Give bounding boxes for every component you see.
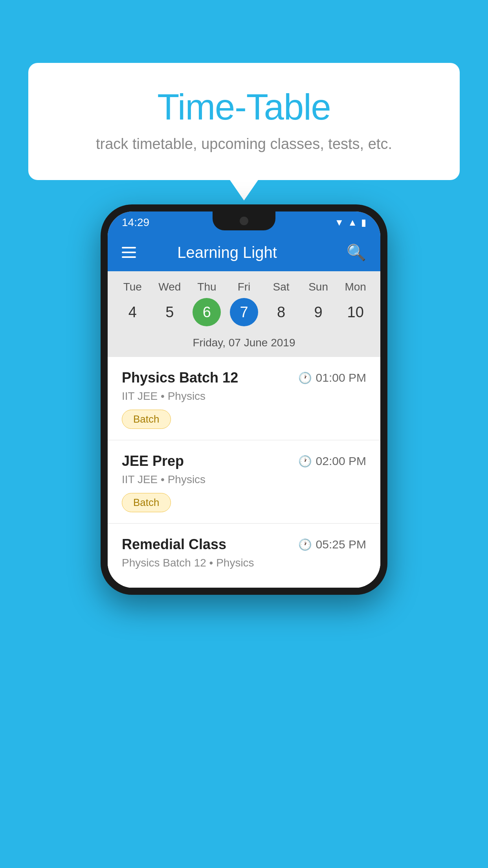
clock-icon: 🕐 <box>298 538 312 551</box>
day-col[interactable]: Thu6 <box>189 281 224 326</box>
search-icon[interactable]: 🔍 <box>347 243 366 262</box>
bubble-title: Time-Table <box>48 86 440 128</box>
schedule-time: 🕐05:25 PM <box>298 538 366 551</box>
phone-frame: 14:29 ▼ ▲ ▮ Learning Light 🔍 <box>101 204 387 595</box>
status-icons: ▼ ▲ ▮ <box>334 217 366 228</box>
phone-notch <box>213 211 275 230</box>
day-name: Sat <box>273 281 290 293</box>
schedule-title: JEE Prep <box>122 453 184 469</box>
day-number[interactable]: 6 <box>193 298 221 326</box>
schedule-list: Physics Batch 12🕐01:00 PMIIT JEE • Physi… <box>108 357 380 588</box>
schedule-item-header: JEE Prep🕐02:00 PM <box>122 453 366 469</box>
clock-icon: 🕐 <box>298 371 312 384</box>
day-name: Fri <box>238 281 251 293</box>
day-name: Sun <box>308 281 328 293</box>
schedule-time: 🕐02:00 PM <box>298 454 366 468</box>
hamburger-menu-icon[interactable] <box>122 247 136 258</box>
schedule-time: 🕐01:00 PM <box>298 371 366 384</box>
days-row: Tue4Wed5Thu6Fri7Sat8Sun9Mon10 <box>108 281 380 331</box>
bubble-subtitle: track timetable, upcoming classes, tests… <box>48 136 440 153</box>
schedule-subtitle: IIT JEE • Physics <box>122 390 366 403</box>
wifi-icon: ▼ <box>334 217 344 228</box>
day-number[interactable]: 10 <box>341 298 370 326</box>
phone-screen: 14:29 ▼ ▲ ▮ Learning Light 🔍 <box>108 211 380 588</box>
schedule-title: Physics Batch 12 <box>122 370 238 386</box>
day-col[interactable]: Sun9 <box>301 281 336 326</box>
batch-badge: Batch <box>122 493 171 512</box>
schedule-item-header: Remedial Class🕐05:25 PM <box>122 536 366 553</box>
schedule-item-header: Physics Batch 12🕐01:00 PM <box>122 370 366 386</box>
schedule-subtitle: IIT JEE • Physics <box>122 473 366 486</box>
calendar-section: Tue4Wed5Thu6Fri7Sat8Sun9Mon10 Friday, 07… <box>108 271 380 357</box>
schedule-item[interactable]: Physics Batch 12🕐01:00 PMIIT JEE • Physi… <box>108 357 380 440</box>
clock-icon: 🕐 <box>298 455 312 468</box>
app-title: Learning Light <box>150 244 304 261</box>
batch-badge: Batch <box>122 410 171 429</box>
camera-dot <box>240 217 248 225</box>
schedule-item[interactable]: JEE Prep🕐02:00 PMIIT JEE • PhysicsBatch <box>108 440 380 524</box>
day-name: Wed <box>158 281 181 293</box>
selected-date-label: Friday, 07 June 2019 <box>108 331 380 357</box>
battery-icon: ▮ <box>361 217 366 228</box>
schedule-subtitle: Physics Batch 12 • Physics <box>122 557 366 569</box>
status-time: 14:29 <box>122 216 149 229</box>
day-col[interactable]: Sat8 <box>264 281 299 326</box>
day-number[interactable]: 9 <box>304 298 332 326</box>
speech-bubble: Time-Table track timetable, upcoming cla… <box>28 63 460 180</box>
day-name: Mon <box>345 281 366 293</box>
day-number[interactable]: 8 <box>267 298 295 326</box>
day-col[interactable]: Wed5 <box>152 281 187 326</box>
phone-mockup: 14:29 ▼ ▲ ▮ Learning Light 🔍 <box>101 204 387 595</box>
day-col[interactable]: Mon10 <box>338 281 373 326</box>
signal-icon: ▲ <box>348 217 357 228</box>
day-name: Thu <box>197 281 216 293</box>
schedule-item[interactable]: Remedial Class🕐05:25 PMPhysics Batch 12 … <box>108 524 380 588</box>
day-number[interactable]: 4 <box>118 298 147 326</box>
day-col[interactable]: Fri7 <box>227 281 261 326</box>
app-bar: Learning Light 🔍 <box>108 234 380 271</box>
day-col[interactable]: Tue4 <box>115 281 150 326</box>
day-number[interactable]: 7 <box>230 298 258 326</box>
day-name: Tue <box>123 281 142 293</box>
day-number[interactable]: 5 <box>156 298 184 326</box>
schedule-title: Remedial Class <box>122 536 226 553</box>
